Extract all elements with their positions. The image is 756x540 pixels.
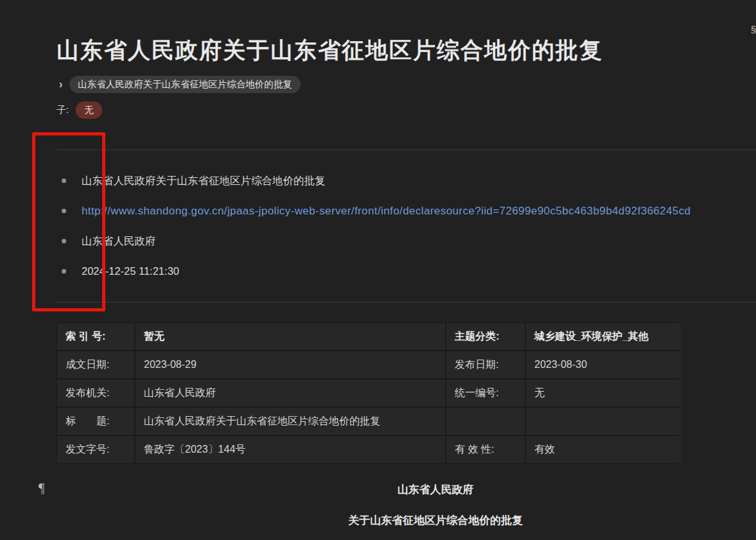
table-label: 索 引 号: [57, 323, 134, 350]
list-item-publisher: 山东省人民政府 [82, 234, 156, 248]
table-label [446, 408, 525, 435]
table-label: 标 题: [57, 408, 134, 435]
table-value [526, 408, 681, 435]
table-value: 暂无 [136, 323, 445, 350]
pilcrow-icon: ¶ [39, 480, 45, 496]
child-property-row: 子: 无 [57, 101, 102, 119]
list-item: 山东省人民政府关于山东省征地区片综合地价的批复 [62, 166, 690, 196]
table-value: 有效 [526, 436, 681, 463]
list-item: 山东省人民政府 [62, 226, 690, 256]
page-title: 山东省人民政府关于山东省征地区片综合地价的批复 [57, 35, 603, 65]
table-label: 发文字号: [57, 436, 134, 463]
list-item: 2024-12-25 11:21:30 [62, 256, 690, 286]
table-label: 主题分类: [446, 323, 525, 350]
bullet-icon [62, 269, 66, 274]
table-value: 无 [526, 379, 681, 406]
list-item: http://www.shandong.gov.cn/jpaas-jpolicy… [62, 196, 690, 226]
table-label: 成文日期: [57, 351, 134, 378]
document-heading-line1: 山东省人民政府 [57, 482, 756, 497]
table-label: 发布机关: [57, 379, 134, 406]
breadcrumb: › 山东省人民政府关于山东省征地区片综合地价的批复 [59, 76, 301, 93]
list-item-title: 山东省人民政府关于山东省征地区片综合地价的批复 [82, 174, 326, 188]
table-label: 统一编号: [446, 379, 525, 406]
child-property-tag[interactable]: 无 [76, 101, 102, 119]
child-property-label: 子: [57, 104, 69, 116]
page: { "page": { "title": "山东省人民政府关于山东省征地区片综合… [0, 0, 756, 540]
metadata-bullet-list: 山东省人民政府关于山东省征地区片综合地价的批复 http://www.shand… [62, 166, 690, 286]
section-symbol-icon: § [751, 23, 756, 34]
divider-bottom [57, 302, 756, 302]
table-value: 2023-08-30 [526, 351, 681, 378]
source-url-link[interactable]: http://www.shandong.gov.cn/jpaas-jpolicy… [82, 205, 690, 218]
table-value: 鲁政字〔2023〕144号 [136, 436, 445, 463]
table-value: 城乡建设_环境保护_其他 [526, 323, 681, 350]
table-value: 山东省人民政府 [136, 379, 445, 406]
table-value: 2023-08-29 [136, 351, 445, 378]
chevron-right-icon[interactable]: › [59, 78, 62, 90]
table-value: 山东省人民政府关于山东省征地区片综合地价的批复 [136, 408, 445, 435]
divider-top [57, 150, 756, 150]
bullet-icon [62, 179, 66, 183]
document-heading-line2: 关于山东省征地区片综合地价的批复 [57, 513, 756, 528]
table-label: 有 效 性: [446, 436, 525, 463]
list-item-timestamp: 2024-12-25 11:21:30 [82, 265, 179, 277]
breadcrumb-tag[interactable]: 山东省人民政府关于山东省征地区片综合地价的批复 [69, 76, 301, 93]
table-label: 发布日期: [446, 351, 525, 378]
bullet-icon [62, 209, 66, 213]
bullet-icon [62, 239, 66, 243]
document-info-table: 索 引 号: 暂无 主题分类: 城乡建设_环境保护_其他 成文日期: 2023-… [57, 322, 678, 464]
